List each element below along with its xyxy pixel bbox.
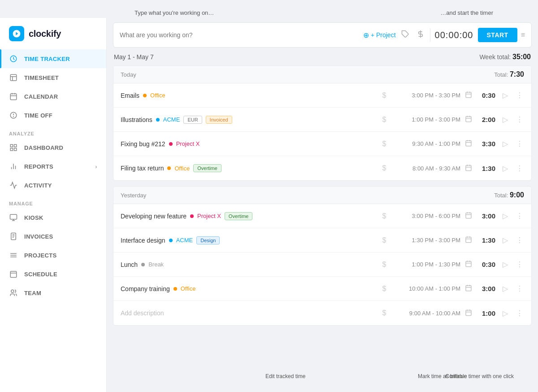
- calendar-icon[interactable]: [465, 115, 472, 124]
- calendar-icon[interactable]: [465, 164, 472, 173]
- billable-icon[interactable]: $: [380, 164, 389, 172]
- sidebar-item-schedule[interactable]: SCHEDULE: [0, 265, 106, 283]
- billable-icon[interactable]: $: [380, 285, 389, 293]
- entry-description: Illustrations ACME EUR Invoiced: [121, 116, 375, 124]
- entry-time-range: 1:00 PM - 3:00 PM: [393, 116, 460, 123]
- sidebar-item-calendar[interactable]: CALENDAR: [0, 87, 106, 106]
- billable-icon[interactable]: $: [380, 309, 389, 317]
- project-dot: [169, 239, 173, 242]
- more-options-button[interactable]: ⋮: [515, 91, 524, 100]
- svg-rect-42: [466, 165, 471, 170]
- svg-rect-11: [10, 144, 13, 147]
- tag-badge: Invoiced: [206, 116, 232, 124]
- project-button-label: + Project: [371, 31, 396, 39]
- more-options-button[interactable]: ⋮: [515, 212, 524, 220]
- svg-rect-18: [10, 214, 17, 219]
- project-dot: [143, 94, 147, 97]
- play-button[interactable]: ▷: [500, 139, 511, 148]
- calendar-icon[interactable]: [465, 309, 472, 318]
- week-header: May 1 - May 7 Week total: 35:00: [113, 53, 532, 61]
- manage-section-label: MANAGE: [0, 195, 106, 208]
- logo-area: clockify: [0, 18, 106, 49]
- billable-icon[interactable]: $: [380, 140, 389, 148]
- tag-button[interactable]: [399, 28, 411, 42]
- sidebar-item-label: TIME TRACKER: [24, 56, 70, 62]
- start-button[interactable]: START: [478, 28, 517, 42]
- play-button[interactable]: ▷: [500, 260, 511, 269]
- play-button[interactable]: ▷: [500, 212, 511, 220]
- entry-duration: 0:30: [477, 91, 495, 99]
- invoices-icon: [9, 232, 18, 241]
- calendar-icon[interactable]: [465, 212, 472, 220]
- play-button[interactable]: ▷: [500, 236, 511, 244]
- add-project-button[interactable]: ⊕ + Project: [363, 31, 396, 39]
- svg-rect-54: [466, 261, 471, 267]
- annotation-timer-hint: …and start the timer: [440, 9, 493, 16]
- play-button[interactable]: ▷: [500, 309, 511, 318]
- billable-icon[interactable]: $: [380, 261, 389, 269]
- sidebar-item-label: CALENDAR: [24, 93, 58, 100]
- team-icon: [9, 288, 18, 297]
- billable-toggle-button[interactable]: [415, 28, 426, 42]
- entry-time-range: 10:00 AM - 1:00 PM: [393, 285, 460, 292]
- billable-icon[interactable]: $: [380, 212, 389, 220]
- calendar-icon[interactable]: [465, 284, 472, 293]
- sidebar-item-team[interactable]: TEAM: [0, 283, 106, 302]
- entry-placeholder: Add description: [121, 309, 164, 317]
- sidebar-item-invoices[interactable]: INVOICES: [0, 227, 106, 246]
- svg-rect-1: [10, 74, 17, 81]
- table-row: Interface design ACME Design $ 1:30 PM -…: [113, 228, 531, 253]
- yesterday-section: Yesterday Total: 9:00 Developing new fea…: [113, 186, 532, 326]
- sidebar-item-dashboard[interactable]: DASHBOARD: [0, 138, 106, 157]
- calendar-icon: [9, 92, 18, 101]
- sidebar-item-label: SCHEDULE: [24, 271, 57, 278]
- sidebar-item-kiosk[interactable]: KIOSK: [0, 208, 106, 227]
- entry-time-range: 9:30 AM - 1:00 PM: [393, 140, 460, 147]
- view-toggle-icon[interactable]: ≡: [521, 31, 525, 39]
- calendar-icon[interactable]: [465, 260, 472, 269]
- billable-icon[interactable]: $: [380, 236, 389, 244]
- calendar-icon[interactable]: [465, 236, 472, 244]
- entry-project: Break: [148, 261, 164, 268]
- entry-title: Developing new feature: [121, 213, 187, 220]
- sidebar: clockify TIME TRACKER TIMESHEET CALENDAR: [0, 18, 107, 392]
- more-options-button[interactable]: ⋮: [515, 164, 524, 173]
- timer-display: 00:00:00: [434, 30, 474, 40]
- entry-duration: 3:30: [477, 140, 495, 148]
- more-options-button[interactable]: ⋮: [515, 139, 524, 148]
- logo-icon: [9, 26, 24, 41]
- billable-icon[interactable]: $: [380, 116, 389, 124]
- calendar-icon[interactable]: [465, 139, 472, 148]
- more-options-button[interactable]: ⋮: [515, 284, 524, 293]
- sidebar-item-time-tracker[interactable]: TIME TRACKER: [0, 49, 106, 68]
- sidebar-item-label: TIMESHEET: [24, 74, 59, 81]
- logo-text: clockify: [29, 29, 61, 39]
- sidebar-item-label: DASHBOARD: [24, 144, 63, 151]
- tag-badge: Overtime: [225, 212, 253, 220]
- more-options-button[interactable]: ⋮: [515, 260, 524, 269]
- play-button[interactable]: ▷: [500, 164, 511, 173]
- entry-title: Lunch: [121, 261, 138, 268]
- week-range: May 1 - May 7: [114, 53, 154, 61]
- more-options-button[interactable]: ⋮: [515, 309, 524, 318]
- project-dot: [141, 263, 145, 266]
- play-button[interactable]: ▷: [500, 91, 511, 100]
- timer-actions: ⊕ + Project 00:00:00 START ≡: [363, 28, 525, 42]
- more-options-button[interactable]: ⋮: [515, 236, 524, 244]
- svg-rect-50: [466, 237, 471, 243]
- play-button[interactable]: ▷: [500, 284, 511, 293]
- sidebar-item-timesheet[interactable]: TIMESHEET: [0, 68, 106, 87]
- annotation-edit-hint: Edit tracked time: [265, 373, 305, 379]
- sidebar-item-activity[interactable]: ACTIVITY: [0, 176, 106, 195]
- timer-description-input[interactable]: [120, 31, 359, 39]
- sidebar-item-reports[interactable]: REPORTS ›: [0, 157, 106, 176]
- entry-time-range: 1:30 PM - 3:00 PM: [393, 237, 460, 244]
- sidebar-item-time-off[interactable]: TIME OFF: [0, 106, 106, 125]
- more-options-button[interactable]: ⋮: [515, 115, 524, 124]
- play-button[interactable]: ▷: [500, 115, 511, 124]
- calendar-icon[interactable]: [465, 91, 472, 100]
- annotation-type-hint: Type what you're working on…: [134, 9, 214, 16]
- entry-title: Emails: [121, 92, 139, 99]
- sidebar-item-projects[interactable]: PROJECTS: [0, 246, 106, 265]
- billable-icon[interactable]: $: [380, 91, 389, 100]
